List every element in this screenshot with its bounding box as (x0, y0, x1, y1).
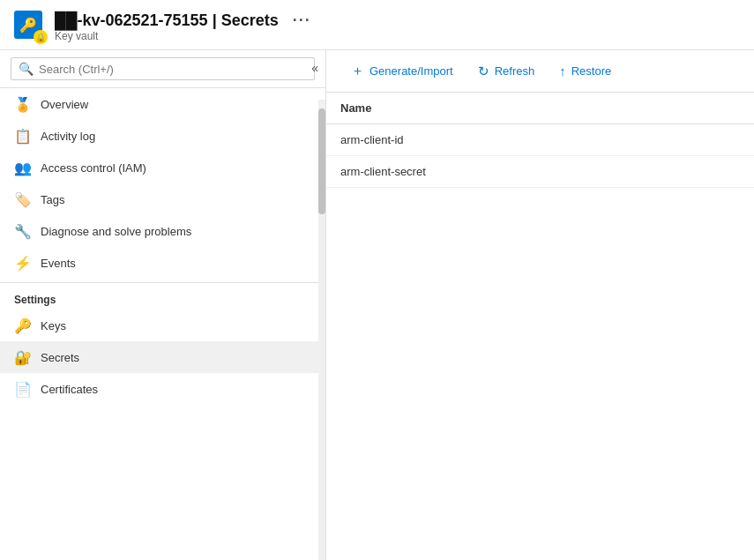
page-subtitle: Key vault (55, 30, 311, 42)
sidebar-item-tags[interactable]: 🏷️ Tags (0, 183, 325, 215)
kv-icon: 🔑 🔒 (14, 11, 46, 42)
sidebar-item-label: Keys (41, 319, 311, 332)
secrets-icon: 🔐 (14, 348, 32, 366)
sidebar-item-events[interactable]: ⚡ Events (0, 247, 325, 279)
search-box[interactable]: 🔍 (11, 57, 315, 80)
sidebar-item-overview[interactable]: 🏅 Overview (0, 88, 325, 120)
page-title-text: ██-kv-062521-75155 | Secrets (55, 11, 279, 30)
restore-icon: ↑ (559, 63, 566, 78)
tags-icon: 🏷️ (14, 190, 32, 208)
refresh-button[interactable]: ↻ Refresh (467, 58, 546, 85)
kv-badge: 🔒 (34, 30, 48, 44)
restore-label: Restore (571, 64, 612, 78)
table-header: Name (326, 93, 754, 124)
sidebar-item-label: Access control (IAM) (41, 161, 311, 175)
sidebar-item-activity-log[interactable]: 📋 Activity log (0, 120, 325, 152)
keys-icon: 🔑 (14, 317, 32, 334)
sidebar-nav: 🏅 Overview 📋 Activity log 👥 Access contr… (0, 88, 325, 560)
scrollbar-thumb[interactable] (318, 108, 325, 214)
sidebar: 🔍 « 🏅 Overview 📋 Activity log 👥 Access c… (0, 50, 326, 560)
restore-button[interactable]: ↑ Restore (549, 58, 622, 84)
sidebar-item-label: Tags (41, 193, 311, 206)
main-content: ＋ Generate/Import ↻ Refresh ↑ Restore Na… (326, 50, 754, 560)
generate-import-button[interactable]: ＋ Generate/Import (340, 57, 464, 85)
sidebar-item-diagnose[interactable]: 🔧 Diagnose and solve problems (0, 215, 325, 247)
search-icon: 🔍 (19, 62, 34, 76)
sidebar-collapse-button[interactable]: « (304, 57, 325, 78)
page-title: ██-kv-062521-75155 | Secrets ··· (55, 11, 311, 30)
toolbar: ＋ Generate/Import ↻ Refresh ↑ Restore (326, 50, 754, 93)
generate-import-label: Generate/Import (370, 64, 453, 78)
body: 🔍 « 🏅 Overview 📋 Activity log 👥 Access c… (0, 50, 754, 560)
sidebar-item-label: Activity log (41, 130, 311, 143)
name-column-header: Name (326, 93, 754, 124)
sidebar-item-label: Overview (41, 98, 311, 111)
sidebar-search-area: 🔍 (0, 50, 325, 88)
sidebar-item-label: Certificates (41, 383, 311, 396)
certificates-icon: 📄 (14, 380, 32, 398)
header-title-block: ██-kv-062521-75155 | Secrets ··· Key vau… (55, 11, 311, 42)
sidebar-item-label: Secrets (41, 351, 311, 364)
diagnose-icon: 🔧 (14, 222, 32, 240)
table-row[interactable]: arm-client-secret (326, 156, 754, 188)
secret-name-cell: arm-client-id (326, 124, 754, 156)
sidebar-item-label: Diagnose and solve problems (41, 225, 311, 238)
settings-section-header: Settings (0, 282, 325, 310)
secrets-table-area: Name arm-client-id arm-client-secret (326, 93, 754, 560)
sidebar-item-access-control[interactable]: 👥 Access control (IAM) (0, 152, 325, 183)
search-input[interactable] (39, 63, 307, 76)
access-control-icon: 👥 (14, 159, 32, 176)
events-icon: ⚡ (14, 254, 32, 272)
refresh-label: Refresh (495, 64, 535, 78)
scrollbar-track (318, 100, 325, 560)
header: 🔑 🔒 ██-kv-062521-75155 | Secrets ··· Key… (0, 0, 754, 50)
plus-icon: ＋ (351, 63, 364, 79)
sidebar-item-keys[interactable]: 🔑 Keys (0, 310, 325, 341)
sidebar-item-certificates[interactable]: 📄 Certificates (0, 373, 325, 405)
sidebar-item-secrets[interactable]: 🔐 Secrets (0, 341, 325, 373)
overview-icon: 🏅 (14, 95, 32, 113)
sidebar-item-label: Events (41, 257, 311, 270)
table-row[interactable]: arm-client-id (326, 124, 754, 156)
activity-log-icon: 📋 (14, 127, 32, 145)
refresh-icon: ↻ (478, 63, 489, 79)
table-body: arm-client-id arm-client-secret (326, 124, 754, 188)
more-options-button[interactable]: ··· (293, 11, 311, 30)
secret-name-cell: arm-client-secret (326, 156, 754, 188)
secrets-table: Name arm-client-id arm-client-secret (326, 93, 754, 188)
